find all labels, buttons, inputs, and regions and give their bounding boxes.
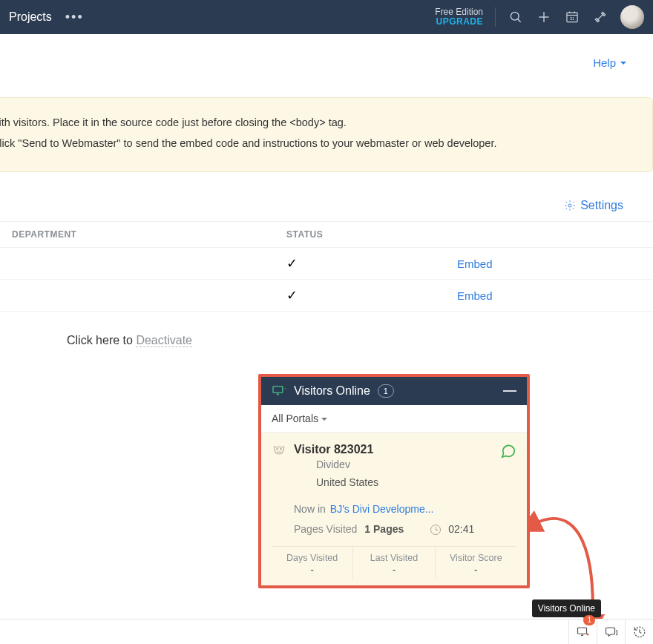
edition-block[interactable]: Free Edition UPGRADE (435, 7, 483, 27)
svg-point-9 (568, 204, 571, 207)
col-status: STATUS (275, 222, 445, 248)
deactivate-row: Click here to Deactivate (0, 312, 653, 347)
divider (495, 7, 496, 27)
banner-line-2: e click "Send to Webmaster" to send the … (0, 134, 637, 154)
last-visited-label: Last Visited (353, 553, 434, 563)
minimize-icon[interactable] (503, 390, 516, 392)
now-in-label: Now in (294, 501, 326, 519)
table-row: ✓ Embed (0, 248, 653, 280)
days-visited-value: - (310, 564, 314, 576)
col-department: DEPARTMENT (0, 222, 275, 248)
check-icon: ✓ (286, 256, 298, 271)
svg-point-14 (277, 449, 278, 450)
svg-point-19 (586, 633, 588, 635)
visitor-stats: Days Visited- Last Visited- Visitor Scor… (272, 546, 516, 579)
info-banner: t with visitors. Place it in the source … (0, 97, 653, 172)
visitor-country: United States (316, 474, 378, 492)
visit-duration: 02:41 (448, 521, 474, 539)
banner-line-1: t with visitors. Place it in the source … (0, 113, 637, 134)
chevron-down-icon (321, 413, 327, 424)
pages-visited-label: Pages Visited (294, 521, 357, 539)
notification-badge: 1 (583, 615, 595, 625)
embed-link[interactable]: Embed (457, 257, 493, 270)
clock-icon (430, 525, 441, 535)
visitors-online-popup: Visitors Online 1 All Portals Visitor 82… (261, 377, 527, 585)
svg-rect-16 (577, 628, 586, 634)
tools-icon[interactable] (592, 9, 608, 25)
visitor-name: Visitor 823021 (294, 443, 378, 456)
settings-link[interactable]: Settings (564, 199, 623, 212)
chat-icon[interactable] (500, 443, 516, 459)
popup-count-badge: 1 (378, 384, 394, 398)
svg-point-0 (511, 12, 519, 20)
visitor-org: Dividev (316, 456, 378, 474)
departments-table: DEPARTMENT STATUS ✓ Embed ✓ Embed (0, 221, 653, 312)
upgrade-link[interactable]: UPGRADE (435, 17, 483, 27)
help-label: Help (593, 56, 616, 69)
settings-label: Settings (580, 199, 623, 212)
visitor-card[interactable]: Visitor 823021 Dividev United States Now… (261, 433, 527, 585)
portal-filter[interactable]: All Portals (261, 405, 527, 433)
plus-icon[interactable] (536, 9, 552, 25)
check-icon: ✓ (286, 288, 298, 303)
svg-text:31: 31 (570, 16, 574, 21)
svg-rect-10 (273, 387, 283, 393)
now-in-page[interactable]: BJ's Divi Developme... (330, 501, 434, 519)
avatar[interactable] (620, 5, 644, 29)
deactivate-prefix: Click here to (67, 334, 136, 346)
bottom-bar: Visitors Online 1 (0, 619, 653, 644)
visitor-score-label: Visitor Score (436, 553, 516, 563)
search-icon[interactable] (508, 9, 524, 25)
portal-filter-label: All Portals (272, 413, 318, 424)
svg-point-15 (280, 449, 282, 450)
monitor-icon (272, 385, 286, 397)
days-visited-label: Days Visited (272, 553, 352, 563)
popup-header[interactable]: Visitors Online 1 (261, 377, 527, 405)
popup-title: Visitors Online (294, 384, 370, 398)
col-action (445, 222, 653, 248)
help-dropdown[interactable]: Help (593, 56, 626, 69)
pages-visited-value: 1 Pages (364, 521, 404, 539)
visitor-score-value: - (474, 564, 478, 576)
gear-icon (564, 200, 576, 211)
chats-button[interactable] (597, 620, 625, 644)
calendar-icon[interactable]: 31 (564, 9, 580, 25)
svg-line-1 (518, 19, 521, 22)
mask-icon (272, 443, 286, 458)
deactivate-link[interactable]: Deactivate (136, 334, 192, 347)
embed-link[interactable]: Embed (457, 289, 493, 302)
top-bar: Projects ••• Free Edition UPGRADE 31 (0, 0, 653, 34)
history-button[interactable] (625, 620, 653, 644)
more-menu-icon[interactable]: ••• (65, 10, 84, 25)
page-title[interactable]: Projects (9, 10, 52, 24)
visitors-online-button[interactable]: 1 (568, 620, 597, 644)
table-row: ✓ Embed (0, 280, 653, 312)
last-visited-value: - (393, 564, 396, 576)
